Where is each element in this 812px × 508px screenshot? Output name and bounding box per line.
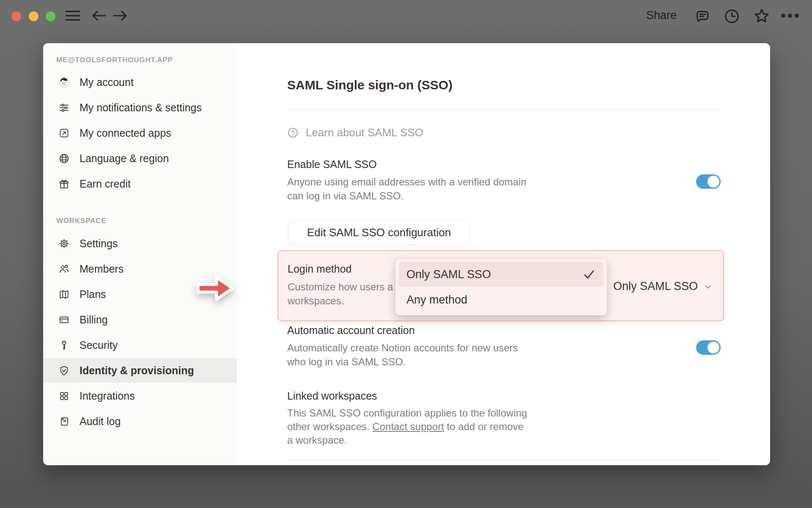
zoom-window-button[interactable] <box>46 11 55 21</box>
dropdown-option-any-method[interactable]: Any method <box>399 287 604 312</box>
minimize-window-button[interactable] <box>29 11 38 21</box>
map-icon <box>58 289 70 300</box>
grid-icon <box>58 390 70 402</box>
sidebar-item-billing[interactable]: Billing <box>43 307 237 332</box>
gift-icon <box>58 178 70 190</box>
sidebar-item-label: My notifications & settings <box>80 102 202 114</box>
auto-account-title: Automatic account creation <box>287 324 415 337</box>
workspace-section-label: WORKSPACE <box>56 217 106 225</box>
page-title: SAML Single sign-on (SSO) <box>287 78 453 92</box>
gear-icon <box>58 238 70 249</box>
sidebar-item-earn-credit[interactable]: Earn credit <box>43 171 237 196</box>
login-method-select[interactable]: Only SAML SSO <box>613 280 713 293</box>
star-icon[interactable] <box>753 7 771 27</box>
auto-account-description: Automatically create Notion accounts for… <box>287 341 518 369</box>
globe-icon <box>58 153 70 164</box>
share-button[interactable]: Share <box>646 9 677 22</box>
toggle-knob <box>708 342 719 353</box>
members-icon <box>58 263 70 275</box>
question-circle-icon: ? <box>287 127 299 138</box>
login-method-selected-value: Only SAML SSO <box>613 280 698 293</box>
settings-modal: ME@TOOLSFORTHOUGHT.APP My account My not… <box>43 43 770 465</box>
avatar <box>58 77 70 88</box>
sidebar-item-my-account[interactable]: My account <box>43 70 237 94</box>
comment-icon[interactable] <box>694 8 711 27</box>
divider <box>287 460 719 460</box>
key-icon <box>58 340 70 351</box>
chevron-down-icon <box>703 282 713 292</box>
divider <box>287 110 719 110</box>
sidebar-item-connected-apps[interactable]: My connected apps <box>43 121 237 145</box>
enable-saml-title: Enable SAML SSO <box>287 158 377 171</box>
dropdown-option-only-saml-sso[interactable]: Only SAML SSO <box>399 262 604 287</box>
sidebar-item-notifications-settings[interactable]: My notifications & settings <box>43 95 237 120</box>
hamburger-icon[interactable] <box>65 9 81 24</box>
sidebar-item-label: Audit log <box>80 415 121 428</box>
login-method-title: Login method <box>288 263 352 275</box>
linked-workspaces-title: Linked workspaces <box>287 390 377 402</box>
sidebar-item-label: Identity & provisioning <box>80 364 194 377</box>
enable-saml-toggle[interactable] <box>696 174 721 189</box>
sidebar-item-language-region[interactable]: Language & region <box>43 146 237 171</box>
edit-saml-config-button[interactable]: Edit SAML SSO configuration <box>288 220 470 245</box>
svg-text:?: ? <box>291 129 295 136</box>
close-window-button[interactable] <box>11 11 21 21</box>
sidebar-item-label: Plans <box>80 288 106 301</box>
sidebar-item-label: Settings <box>80 237 118 250</box>
check-icon <box>582 268 596 281</box>
clock-icon[interactable] <box>723 8 741 27</box>
toggle-knob <box>708 176 719 188</box>
contact-support-link[interactable]: Contact support <box>372 421 444 432</box>
settings-sidebar: ME@TOOLSFORTHOUGHT.APP My account My not… <box>43 43 237 465</box>
linked-workspaces-description: This SAML SSO configuration applies to t… <box>287 406 527 447</box>
sidebar-item-label: Integrations <box>80 390 135 402</box>
sidebar-item-security[interactable]: Security <box>43 333 237 357</box>
window-chrome: Share <box>0 0 812 27</box>
sliders-icon <box>58 102 70 113</box>
sidebar-item-label: Language & region <box>80 152 169 165</box>
sidebar-item-label: Earn credit <box>80 178 131 190</box>
red-annotation-arrow <box>195 270 237 306</box>
auto-account-toggle[interactable] <box>696 340 721 355</box>
saml-settings-panel: SAML Single sign-on (SSO) ? Learn about … <box>237 43 770 465</box>
enable-saml-description: Anyone using email addresses with a veri… <box>287 175 527 203</box>
sidebar-item-label: My connected apps <box>80 127 171 139</box>
sidebar-item-label: Billing <box>80 314 108 326</box>
sidebar-item-label: Members <box>80 263 123 275</box>
ellipsis-icon[interactable] <box>780 12 800 21</box>
login-method-dropdown-menu: Only SAML SSO Any method <box>395 259 607 315</box>
sidebar-item-label: Security <box>80 339 118 351</box>
learn-about-saml-link[interactable]: ? Learn about SAML SSO <box>287 126 423 139</box>
sidebar-item-settings[interactable]: Settings <box>43 231 237 256</box>
account-email-label: ME@TOOLSFORTHOUGHT.APP <box>56 56 173 64</box>
credit-card-icon <box>58 314 70 326</box>
back-arrow-icon[interactable] <box>91 10 107 23</box>
forward-arrow-icon[interactable] <box>112 10 128 23</box>
shield-check-icon <box>58 365 70 376</box>
sidebar-item-audit-log[interactable]: Audit log <box>43 409 237 433</box>
learn-link-label: Learn about SAML SSO <box>306 126 423 139</box>
scroll-icon <box>58 416 70 427</box>
login-method-description: Customize how users a workspaces. <box>288 280 393 308</box>
sidebar-item-label: My account <box>80 76 134 88</box>
external-link-icon <box>58 127 70 139</box>
sidebar-item-integrations[interactable]: Integrations <box>43 384 237 408</box>
sidebar-item-identity-provisioning[interactable]: Identity & provisioning <box>43 358 237 383</box>
